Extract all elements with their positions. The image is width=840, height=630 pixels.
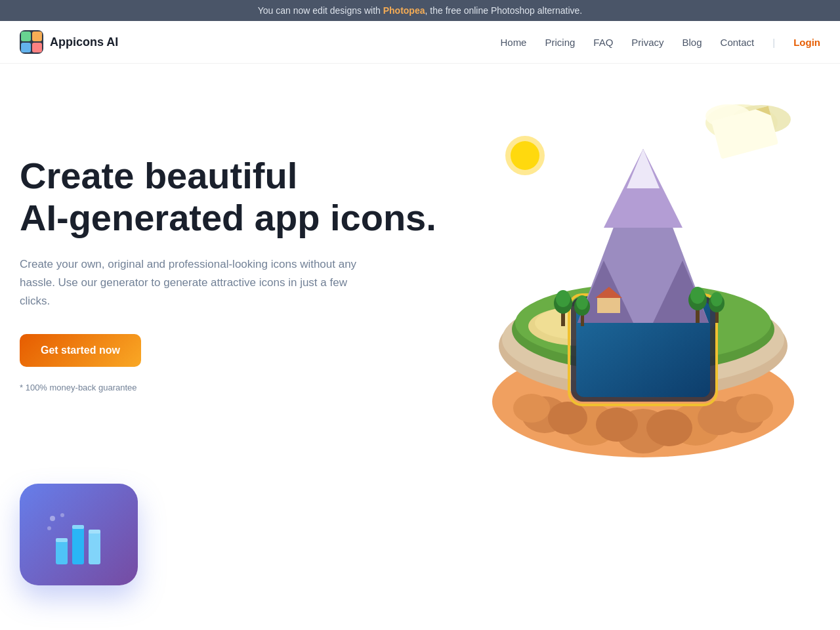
svg-point-19 xyxy=(596,408,638,442)
logo-link[interactable]: Appicons AI xyxy=(20,30,118,54)
nav-contact[interactable]: Contact xyxy=(721,37,755,48)
svg-point-57 xyxy=(47,526,51,530)
svg-rect-1 xyxy=(21,32,31,41)
preview-icon-svg xyxy=(39,502,118,568)
banner-text-before: You can now edit designs with xyxy=(258,5,383,16)
banner-text-after: , the free online Photoshop alternative. xyxy=(425,5,583,16)
svg-rect-62 xyxy=(72,525,84,529)
svg-point-16 xyxy=(548,402,587,434)
svg-point-55 xyxy=(50,516,55,521)
svg-point-20 xyxy=(736,394,773,423)
nav-faq[interactable]: FAQ xyxy=(593,37,613,48)
bottom-preview-section xyxy=(0,471,840,585)
hero-description: Create your own, original and profession… xyxy=(20,255,361,310)
nav-home[interactable]: Home xyxy=(500,37,526,48)
svg-rect-2 xyxy=(32,32,42,41)
cta-button[interactable]: Get started now xyxy=(20,334,141,367)
svg-point-47 xyxy=(690,287,705,304)
guarantee-text: * 100% money-back guarantee xyxy=(20,383,436,392)
nav-login[interactable]: Login xyxy=(793,37,820,48)
svg-point-17 xyxy=(646,410,692,446)
logo-icon xyxy=(20,30,43,54)
svg-point-56 xyxy=(60,513,64,517)
svg-point-41 xyxy=(556,290,570,307)
svg-rect-60 xyxy=(89,530,100,564)
logo-text: Appicons AI xyxy=(50,35,118,49)
svg-point-50 xyxy=(711,292,723,306)
hero-title-line1: Create beautiful xyxy=(20,155,297,196)
announcement-banner: You can now edit designs with Photopea, … xyxy=(0,0,840,21)
svg-marker-36 xyxy=(627,149,660,188)
svg-point-54 xyxy=(511,141,539,170)
svg-rect-61 xyxy=(56,538,68,542)
nav-blog[interactable]: Blog xyxy=(682,37,702,48)
hero-title-line2: AI-generated app icons. xyxy=(20,197,436,238)
hero-illustration xyxy=(459,96,827,477)
hero-section: Create beautiful AI-generated app icons.… xyxy=(0,64,840,471)
svg-point-44 xyxy=(576,295,588,310)
island-svg xyxy=(459,96,827,477)
site-header: Appicons AI Home Pricing FAQ Privacy Blo… xyxy=(0,21,840,64)
svg-rect-63 xyxy=(89,530,100,534)
app-icon-preview xyxy=(20,484,138,585)
svg-rect-51 xyxy=(597,297,620,313)
hero-title: Create beautiful AI-generated app icons. xyxy=(20,155,436,240)
nav-pricing[interactable]: Pricing xyxy=(545,37,575,48)
svg-point-21 xyxy=(513,394,550,423)
photopea-link[interactable]: Photopea xyxy=(383,5,425,16)
nav-divider: | xyxy=(772,37,775,48)
main-nav: Home Pricing FAQ Privacy Blog Contact | … xyxy=(500,37,820,48)
svg-rect-3 xyxy=(21,43,31,52)
nav-privacy[interactable]: Privacy xyxy=(631,37,663,48)
svg-rect-4 xyxy=(32,43,42,52)
svg-rect-59 xyxy=(72,525,84,564)
hero-content: Create beautiful AI-generated app icons.… xyxy=(20,155,436,392)
